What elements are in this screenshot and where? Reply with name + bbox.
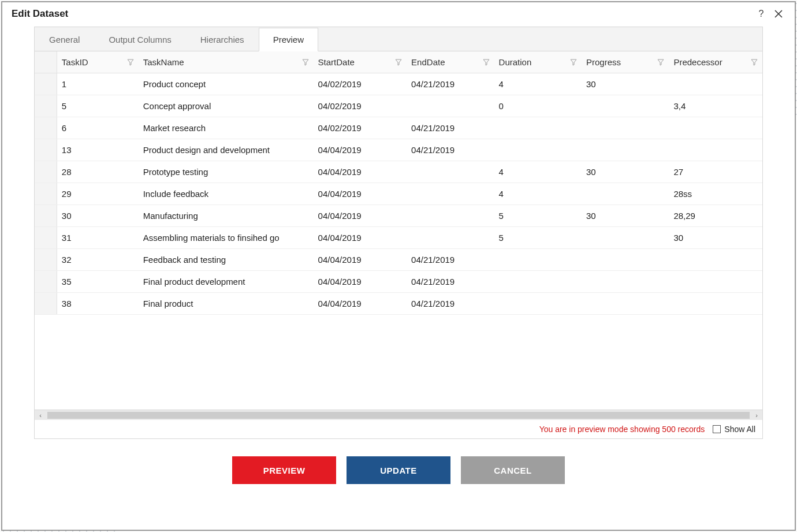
scroll-left-icon[interactable]: ‹ <box>35 412 46 419</box>
table-row[interactable]: 1Product concept04/02/201904/21/2019430 <box>35 73 762 95</box>
table-row[interactable]: 6Market research04/02/201904/21/2019 <box>35 117 762 139</box>
cell-taskid: 28 <box>57 161 138 183</box>
cell-taskid: 13 <box>57 139 138 161</box>
cell-taskname: Feedback and testing <box>139 249 314 271</box>
cell-taskid: 35 <box>57 271 138 293</box>
table-row[interactable]: 28Prototype testing04/04/201943027 <box>35 161 762 183</box>
cell-predecessor <box>669 271 762 293</box>
cell-taskname: Product design and development <box>139 139 314 161</box>
dialog-frame: Edit Dataset ? GeneralOutput ColumnsHier… <box>1 1 796 531</box>
cell-progress <box>582 227 669 249</box>
column-header-startdate[interactable]: StartDate <box>314 51 407 73</box>
row-header-cell <box>35 249 57 271</box>
content-area: GeneralOutput ColumnsHierarchiesPreview … <box>34 27 763 439</box>
row-header-cell <box>35 139 57 161</box>
row-header-cell <box>35 95 57 117</box>
cell-enddate: 04/21/2019 <box>407 73 494 95</box>
cell-taskname: Final product development <box>139 271 314 293</box>
cell-enddate: 04/21/2019 <box>407 293 494 315</box>
grid-scroll-area[interactable]: TaskIDTaskNameStartDateEndDateDurationPr… <box>35 51 762 410</box>
cell-startdate: 04/04/2019 <box>314 161 407 183</box>
row-header-column <box>35 51 57 73</box>
update-button[interactable]: UPDATE <box>347 456 450 484</box>
cell-enddate <box>407 205 494 227</box>
tab-general[interactable]: General <box>35 28 94 51</box>
cell-duration: 5 <box>494 205 582 227</box>
filter-icon[interactable] <box>570 59 577 66</box>
row-header-cell <box>35 73 57 95</box>
close-icon[interactable] <box>772 7 785 21</box>
filter-icon[interactable] <box>395 59 402 66</box>
cell-taskname: Concept approval <box>139 95 314 117</box>
grid-header-row: TaskIDTaskNameStartDateEndDateDurationPr… <box>35 51 762 73</box>
cell-taskname: Assembling materials to finsihed go <box>139 227 314 249</box>
cell-startdate: 04/04/2019 <box>314 205 407 227</box>
cell-progress: 30 <box>582 73 669 95</box>
table-row[interactable]: 29Include feedback04/04/2019428ss <box>35 183 762 205</box>
preview-mode-message: You are in preview mode showing 500 reco… <box>539 425 705 434</box>
cell-duration: 4 <box>494 73 582 95</box>
filter-icon[interactable] <box>302 59 309 66</box>
tab-bar: GeneralOutput ColumnsHierarchiesPreview <box>35 27 762 51</box>
tab-hierarchies[interactable]: Hierarchies <box>186 28 259 51</box>
table-row[interactable]: 13Product design and development04/04/20… <box>35 139 762 161</box>
column-label: EndDate <box>411 57 478 67</box>
show-all-checkbox[interactable]: Show All <box>713 425 755 434</box>
cell-progress <box>582 271 669 293</box>
cell-taskid: 5 <box>57 95 138 117</box>
cell-startdate: 04/04/2019 <box>314 227 407 249</box>
cell-predecessor <box>669 293 762 315</box>
column-header-enddate[interactable]: EndDate <box>407 51 494 73</box>
help-icon[interactable]: ? <box>754 7 768 21</box>
row-header-cell <box>35 227 57 249</box>
preview-button[interactable]: PREVIEW <box>232 456 336 484</box>
cell-duration: 5 <box>494 227 582 249</box>
column-label: TaskName <box>143 57 297 67</box>
table-row[interactable]: 5Concept approval04/02/201903,4 <box>35 95 762 117</box>
cell-enddate: 04/21/2019 <box>407 249 494 271</box>
cell-predecessor <box>669 117 762 139</box>
row-header-cell <box>35 161 57 183</box>
column-header-progress[interactable]: Progress <box>582 51 669 73</box>
cell-startdate: 04/02/2019 <box>314 73 407 95</box>
table-row[interactable]: 31Assembling materials to finsihed go04/… <box>35 227 762 249</box>
table-row[interactable]: 30Manufacturing04/04/201953028,29 <box>35 205 762 227</box>
filter-icon[interactable] <box>657 59 664 66</box>
cell-progress <box>582 183 669 205</box>
cell-taskname: Market research <box>139 117 314 139</box>
dialog-title: Edit Dataset <box>12 8 751 20</box>
scroll-track[interactable] <box>47 412 750 419</box>
cell-duration <box>494 293 582 315</box>
dialog-buttons: PREVIEW UPDATE CANCEL <box>2 439 795 496</box>
row-header-cell <box>35 183 57 205</box>
filter-icon[interactable] <box>483 59 490 66</box>
tab-preview[interactable]: Preview <box>259 28 318 51</box>
cell-taskid: 31 <box>57 227 138 249</box>
cell-startdate: 04/04/2019 <box>314 139 407 161</box>
cell-duration <box>494 117 582 139</box>
cancel-button[interactable]: CANCEL <box>461 456 565 484</box>
table-row[interactable]: 35Final product development04/04/201904/… <box>35 271 762 293</box>
cell-progress <box>582 293 669 315</box>
table-row[interactable]: 32Feedback and testing04/04/201904/21/20… <box>35 249 762 271</box>
cell-predecessor: 28ss <box>669 183 762 205</box>
cell-progress: 30 <box>582 205 669 227</box>
column-header-duration[interactable]: Duration <box>494 51 582 73</box>
filter-icon[interactable] <box>751 59 758 66</box>
horizontal-scrollbar[interactable]: ‹ › <box>35 410 762 420</box>
filter-icon[interactable] <box>127 59 134 66</box>
cell-predecessor: 28,29 <box>669 205 762 227</box>
table-row[interactable]: 38Final product04/04/201904/21/2019 <box>35 293 762 315</box>
cell-enddate: 04/21/2019 <box>407 117 494 139</box>
column-header-taskid[interactable]: TaskID <box>57 51 138 73</box>
scroll-right-icon[interactable]: › <box>751 412 762 419</box>
column-header-taskname[interactable]: TaskName <box>139 51 314 73</box>
column-label: Progress <box>586 57 653 67</box>
column-header-predecessor[interactable]: Predecessor <box>669 51 762 73</box>
cell-progress <box>582 249 669 271</box>
tab-output-columns[interactable]: Output Columns <box>94 28 185 51</box>
cell-taskname: Product concept <box>139 73 314 95</box>
cell-taskid: 29 <box>57 183 138 205</box>
cell-enddate <box>407 183 494 205</box>
cell-predecessor <box>669 249 762 271</box>
